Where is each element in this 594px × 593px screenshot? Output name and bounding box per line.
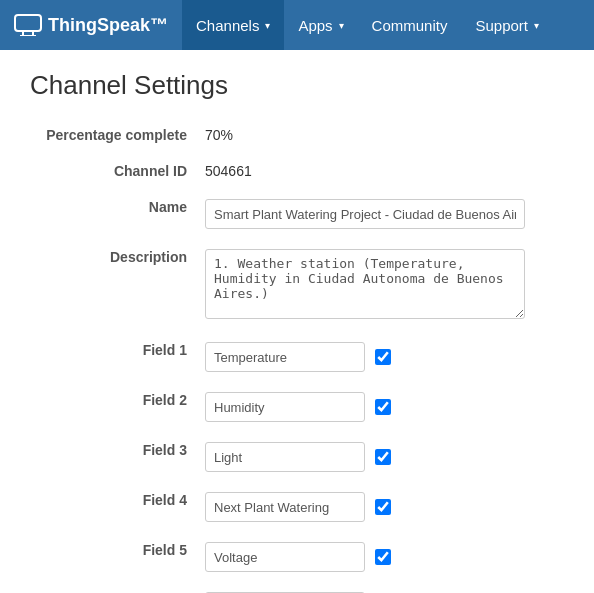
description-wrapper: 1. Weather station (Temperature, Humidit… [205, 249, 525, 319]
value-name [205, 193, 564, 229]
field-input-4[interactable] [205, 492, 365, 522]
navbar: ThingSpeak™ Channels ▾ Apps ▾ Community … [0, 0, 594, 50]
row-field-1: Field 1 [30, 336, 564, 372]
brand-logo[interactable]: ThingSpeak™ [0, 0, 182, 50]
brand-icon [14, 14, 42, 36]
label-channel-id: Channel ID [30, 157, 205, 179]
nav-apps-label: Apps [298, 17, 332, 34]
row-field-4: Field 4 [30, 486, 564, 522]
row-channel-id: Channel ID 504661 [30, 157, 564, 179]
row-name: Name [30, 193, 564, 229]
value-field-1 [205, 336, 564, 372]
value-channel-id: 504661 [205, 157, 564, 179]
row-percentage: Percentage complete 70% [30, 121, 564, 143]
field-input-1[interactable] [205, 342, 365, 372]
nav-item-community[interactable]: Community [358, 0, 462, 50]
name-input[interactable] [205, 199, 525, 229]
field-row-4 [205, 492, 564, 522]
value-description: 1. Weather station (Temperature, Humidit… [205, 243, 564, 322]
field-checkbox-2[interactable] [375, 399, 391, 415]
label-name: Name [30, 193, 205, 215]
field-input-3[interactable] [205, 442, 365, 472]
value-field-2 [205, 386, 564, 422]
value-field-6 [205, 586, 564, 593]
field-input-5[interactable] [205, 542, 365, 572]
label-field-5: Field 5 [30, 536, 205, 558]
row-field-2: Field 2 [30, 386, 564, 422]
nav-item-apps[interactable]: Apps ▾ [284, 0, 357, 50]
nav-support-label: Support [475, 17, 528, 34]
value-field-3 [205, 436, 564, 472]
field-checkbox-3[interactable] [375, 449, 391, 465]
value-percentage: 70% [205, 121, 564, 143]
row-description: Description 1. Weather station (Temperat… [30, 243, 564, 322]
label-field-6: Field 6 [30, 586, 205, 593]
nav-item-support[interactable]: Support ▾ [461, 0, 553, 50]
nav-channels-caret: ▾ [265, 20, 270, 31]
label-field-2: Field 2 [30, 386, 205, 408]
nav-community-label: Community [372, 17, 448, 34]
page-title: Channel Settings [30, 70, 564, 101]
field-row-3 [205, 442, 564, 472]
row-field-5: Field 5 [30, 536, 564, 572]
field-checkbox-4[interactable] [375, 499, 391, 515]
field-checkbox-5[interactable] [375, 549, 391, 565]
field-checkbox-1[interactable] [375, 349, 391, 365]
svg-rect-0 [15, 15, 41, 31]
fields-container: Field 1 Field 2 Field 3 [30, 336, 564, 593]
label-description: Description [30, 243, 205, 265]
nav-item-channels[interactable]: Channels ▾ [182, 0, 284, 50]
nav-channels-label: Channels [196, 17, 259, 34]
field-input-2[interactable] [205, 392, 365, 422]
row-field-6: Field 6 [30, 586, 564, 593]
description-textarea[interactable]: 1. Weather station (Temperature, Humidit… [205, 249, 525, 319]
value-field-4 [205, 486, 564, 522]
row-field-3: Field 3 [30, 436, 564, 472]
brand-name: ThingSpeak™ [48, 15, 168, 36]
field-row-5 [205, 542, 564, 572]
label-field-3: Field 3 [30, 436, 205, 458]
field-row-2 [205, 392, 564, 422]
label-field-1: Field 1 [30, 336, 205, 358]
nav-apps-caret: ▾ [339, 20, 344, 31]
label-field-4: Field 4 [30, 486, 205, 508]
nav-support-caret: ▾ [534, 20, 539, 31]
field-row-1 [205, 342, 564, 372]
value-field-5 [205, 536, 564, 572]
page-content: Channel Settings Percentage complete 70%… [0, 50, 594, 593]
label-percentage: Percentage complete [30, 121, 205, 143]
